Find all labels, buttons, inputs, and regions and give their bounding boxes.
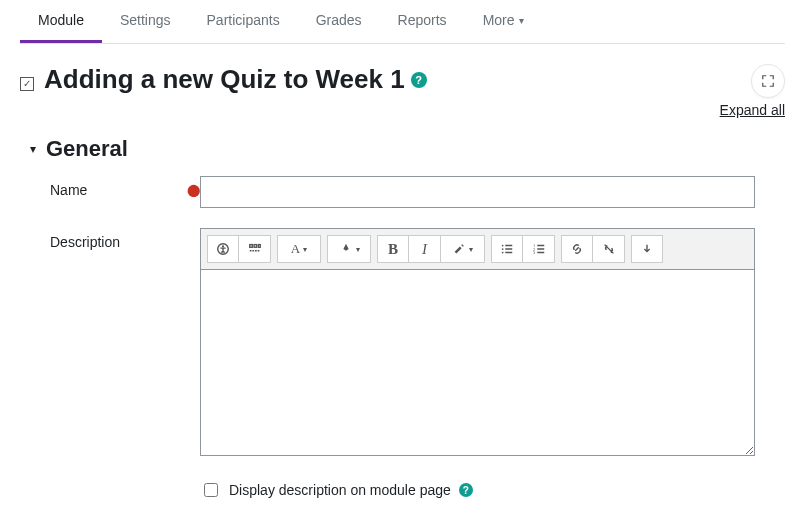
tab-label: Participants	[207, 12, 280, 28]
ordered-list-button[interactable]: 123	[523, 235, 555, 263]
section-heading: General	[46, 136, 128, 162]
paragraph-style-button[interactable]: A ▾	[277, 235, 321, 263]
fullscreen-button[interactable]	[751, 64, 785, 98]
tab-label: Settings	[120, 12, 171, 28]
tab-label: Grades	[316, 12, 362, 28]
page-title: Adding a new Quiz to Week 1 ?	[44, 64, 427, 95]
accessibility-checker-button[interactable]	[207, 235, 239, 263]
svg-rect-3	[254, 245, 257, 248]
more-tools-button[interactable]	[631, 235, 663, 263]
expand-all-link[interactable]: Expand all	[720, 102, 785, 118]
tab-label: Reports	[398, 12, 447, 28]
tab-more[interactable]: More ▾	[465, 0, 542, 43]
chevron-down-icon: ▾	[469, 245, 473, 254]
svg-rect-4	[258, 245, 260, 248]
help-icon[interactable]: ?	[411, 72, 427, 88]
help-icon[interactable]: ?	[459, 483, 473, 497]
description-editor: A ▾ ▾ B I	[200, 228, 755, 456]
tab-module[interactable]: Module	[20, 0, 102, 43]
description-label: Description	[50, 234, 120, 250]
unordered-list-button[interactable]	[491, 235, 523, 263]
svg-text:3: 3	[532, 250, 535, 255]
editor-toolbar: A ▾ ▾ B I	[201, 229, 754, 270]
chevron-down-icon: ▾	[303, 245, 307, 254]
nav-tabs: Module Settings Participants Grades Repo…	[20, 0, 785, 44]
name-input[interactable]	[200, 176, 755, 208]
tab-reports[interactable]: Reports	[380, 0, 465, 43]
paragraph-letter: A	[291, 241, 300, 257]
section-toggle-general[interactable]: ▾ General	[30, 136, 785, 162]
unlink-button[interactable]	[593, 235, 625, 263]
more-format-button[interactable]: ▾	[441, 235, 485, 263]
tab-participants[interactable]: Participants	[189, 0, 298, 43]
svg-point-6	[502, 248, 504, 250]
toggle-toolbar-button[interactable]	[239, 235, 271, 263]
chevron-down-icon: ▾	[30, 142, 36, 156]
svg-point-7	[502, 252, 504, 254]
link-button[interactable]	[561, 235, 593, 263]
name-label: Name	[50, 182, 87, 198]
display-description-label: Display description on module page	[229, 482, 451, 498]
chevron-down-icon: ▾	[356, 245, 360, 254]
svg-point-5	[502, 245, 504, 247]
tab-settings[interactable]: Settings	[102, 0, 189, 43]
quiz-icon: ✓	[20, 77, 34, 91]
svg-rect-2	[249, 245, 252, 248]
tab-label: Module	[38, 12, 84, 28]
description-textarea[interactable]	[201, 270, 754, 455]
italic-button[interactable]: I	[409, 235, 441, 263]
required-icon: ⬤	[187, 183, 200, 197]
tab-label: More	[483, 12, 515, 28]
chevron-down-icon: ▾	[519, 15, 524, 26]
page-title-text: Adding a new Quiz to Week 1	[44, 64, 405, 95]
display-description-checkbox[interactable]	[204, 483, 218, 497]
tab-grades[interactable]: Grades	[298, 0, 380, 43]
svg-point-1	[222, 245, 224, 247]
highlight-button[interactable]: ▾	[327, 235, 371, 263]
bold-button[interactable]: B	[377, 235, 409, 263]
